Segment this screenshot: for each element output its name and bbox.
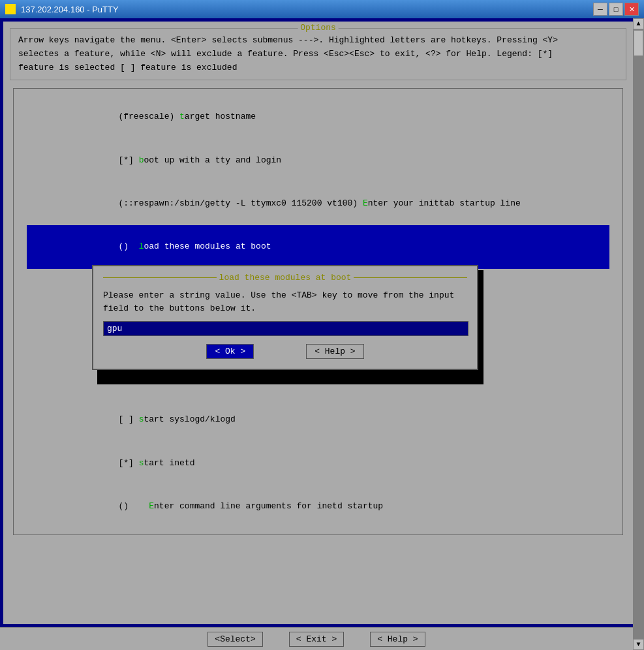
options-title: Options	[298, 23, 339, 33]
dialog-buttons: < Ok > < Help >	[103, 344, 467, 359]
options-line2: selectes a feature, while <N> will exclu…	[18, 48, 618, 61]
titlebar: 137.202.204.160 - PuTTY ─ □ ✕	[0, 0, 644, 18]
dialog-help-button[interactable]: < Help >	[306, 344, 363, 359]
menu-item-syslogd[interactable]: [ ] start syslogd/klogd	[27, 398, 609, 441]
close-button[interactable]: ✕	[624, 3, 639, 16]
terminal-area: Options Arrow keys navigate the menu. <E…	[3, 22, 633, 624]
scroll-up-arrow[interactable]: ▲	[633, 18, 644, 29]
help-button[interactable]: < Help >	[370, 632, 425, 647]
dialog-title-right-dashes	[354, 277, 467, 278]
select-button[interactable]: <Select>	[207, 632, 262, 647]
options-section: Options Arrow keys navigate the menu. <E…	[10, 28, 626, 80]
status-bar: <Select> < Exit > < Help >	[0, 627, 633, 650]
titlebar-buttons: ─ □ ✕	[593, 3, 639, 16]
scrollbar-track[interactable]	[633, 29, 644, 639]
dialog-title-text: load these modules at boot	[219, 273, 352, 283]
menu-item-inetd-args[interactable]: () Enter command line arguments for inet…	[27, 485, 609, 528]
dialog-desc-line2: field to the buttons below it.	[103, 302, 467, 315]
dialog-box: load these modules at boot Please enter …	[92, 265, 478, 370]
titlebar-title: 137.202.204.160 - PuTTY	[5, 4, 119, 14]
dialog-title-bar: load these modules at boot	[103, 273, 467, 283]
options-border: Options Arrow keys navigate the menu. <E…	[10, 28, 626, 80]
dialog-overlay: load these modules at boot Please enter …	[92, 265, 483, 370]
options-line3: feature is selected [ ] feature is exclu…	[18, 61, 618, 75]
dialog-desc-line1: Please enter a string value. Use the <TA…	[103, 289, 467, 302]
exit-button[interactable]: < Exit >	[289, 632, 344, 647]
dialog-ok-button[interactable]: < Ok >	[206, 344, 254, 359]
menu-section: (freescale) target hostname [*] boot up …	[13, 88, 623, 535]
scrollbar: ▲ ▼	[633, 18, 644, 650]
menu-item-inittab[interactable]: (::respawn:/sbin/getty -L ttymxc0 115200…	[27, 182, 609, 225]
dialog-title-left-dashes	[103, 277, 217, 278]
app-icon	[5, 4, 16, 14]
menu-item-freescale[interactable]: (freescale) target hostname	[27, 95, 609, 138]
maximize-button[interactable]: □	[609, 3, 623, 16]
options-line1: Arrow keys navigate the menu. <Enter> se…	[18, 34, 618, 48]
scrollbar-thumb[interactable]	[634, 30, 643, 56]
dialog-description: Please enter a string value. Use the <TA…	[103, 289, 467, 315]
scroll-down-arrow[interactable]: ▼	[633, 639, 644, 650]
menu-item-load-modules[interactable]: () load these modules at boot	[27, 225, 609, 268]
minimize-button[interactable]: ─	[593, 3, 607, 16]
dialog-input[interactable]	[103, 321, 468, 336]
titlebar-text: 137.202.204.160 - PuTTY	[21, 5, 119, 14]
menu-item-inetd[interactable]: [*] start inetd	[27, 442, 609, 485]
options-text: Arrow keys navigate the menu. <Enter> se…	[18, 34, 618, 74]
menu-item-boot-tty[interactable]: [*] boot up with a tty and login	[27, 139, 609, 182]
